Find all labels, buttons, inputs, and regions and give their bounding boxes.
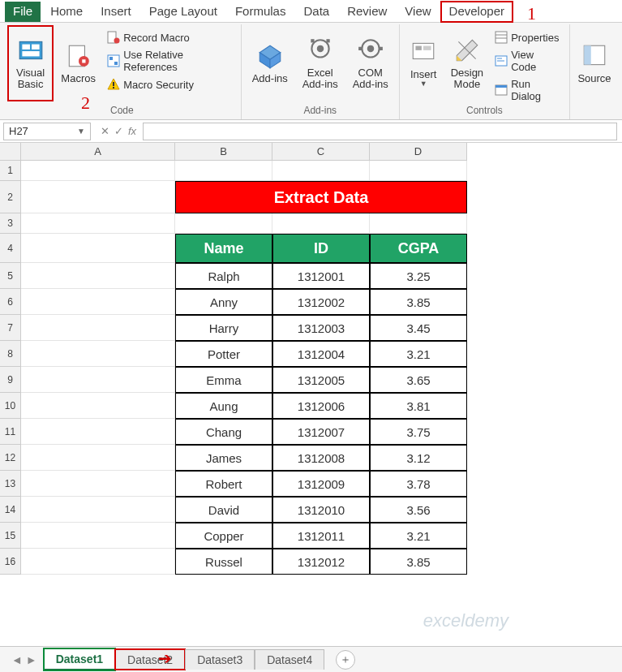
row-header-5[interactable]: 5 xyxy=(0,263,21,289)
cell[interactable] xyxy=(272,213,370,234)
cell[interactable] xyxy=(21,419,175,445)
macro-security-button[interactable]: Macro Security xyxy=(104,76,236,93)
row-header-16[interactable]: 16 xyxy=(0,549,21,575)
table-cell-id[interactable]: 1312010 xyxy=(272,497,370,523)
table-cell-name[interactable]: Ralph xyxy=(175,263,272,289)
table-cell-cgpa[interactable]: 3.65 xyxy=(370,367,467,393)
cell[interactable] xyxy=(21,263,175,289)
tab-formulas[interactable]: Formulas xyxy=(227,2,294,22)
table-header-cgpa[interactable]: CGPA xyxy=(370,234,467,263)
cell[interactable] xyxy=(21,289,175,315)
properties-button[interactable]: Properties xyxy=(491,29,564,45)
cell[interactable] xyxy=(175,161,272,181)
row-header-10[interactable]: 10 xyxy=(0,393,21,419)
chevron-down-icon[interactable]: ▼ xyxy=(77,127,85,136)
cell[interactable] xyxy=(21,213,175,234)
row-header-14[interactable]: 14 xyxy=(0,497,21,523)
cell[interactable] xyxy=(21,393,175,419)
table-cell-cgpa[interactable]: 3.56 xyxy=(370,497,467,523)
table-cell-name[interactable]: Chang xyxy=(175,419,272,445)
table-cell-id[interactable]: 1312004 xyxy=(272,341,370,367)
table-cell-id[interactable]: 1312002 xyxy=(272,289,370,315)
use-relative-button[interactable]: Use Relative References xyxy=(104,47,236,75)
addins-button[interactable]: Add-ins xyxy=(247,26,294,101)
run-dialog-button[interactable]: Run Dialog xyxy=(491,76,564,104)
name-box[interactable]: H27 ▼ xyxy=(3,123,91,140)
table-cell-name[interactable]: Harry xyxy=(175,315,272,341)
sheet-tab-dataset3[interactable]: Dataset3 xyxy=(185,649,255,670)
column-header-A[interactable]: A xyxy=(21,143,175,161)
cell[interactable] xyxy=(21,445,175,471)
table-cell-id[interactable]: 1312008 xyxy=(272,445,370,471)
excel-addins-button[interactable]: Excel Add-ins xyxy=(297,26,344,101)
table-cell-id[interactable]: 1312007 xyxy=(272,419,370,445)
table-cell-id[interactable]: 1312011 xyxy=(272,523,370,549)
table-cell-cgpa[interactable]: 3.45 xyxy=(370,315,467,341)
cancel-formula-icon[interactable]: ✕ xyxy=(101,125,109,137)
row-header-9[interactable]: 9 xyxy=(0,367,21,393)
row-header-7[interactable]: 7 xyxy=(0,315,21,341)
row-header-2[interactable]: 2 xyxy=(0,181,21,213)
table-cell-cgpa[interactable]: 3.21 xyxy=(370,341,467,367)
table-cell-id[interactable]: 1312005 xyxy=(272,367,370,393)
table-cell-id[interactable]: 1312009 xyxy=(272,471,370,497)
row-header-13[interactable]: 13 xyxy=(0,471,21,497)
table-cell-cgpa[interactable]: 3.85 xyxy=(370,549,467,575)
cell[interactable] xyxy=(21,471,175,497)
tab-review[interactable]: Review xyxy=(339,2,395,22)
visual-basic-button[interactable]: Visual Basic xyxy=(8,26,53,101)
column-header-B[interactable]: B xyxy=(175,143,272,161)
select-all-corner[interactable] xyxy=(0,143,21,161)
row-header-4[interactable]: 4 xyxy=(0,234,21,263)
row-header-1[interactable]: 1 xyxy=(0,161,21,181)
table-cell-name[interactable]: Anny xyxy=(175,289,272,315)
table-cell-cgpa[interactable]: 3.12 xyxy=(370,445,467,471)
tab-developer[interactable]: Developer xyxy=(441,2,513,22)
table-cell-cgpa[interactable]: 3.85 xyxy=(370,289,467,315)
table-cell-name[interactable]: Potter xyxy=(175,341,272,367)
cell[interactable] xyxy=(21,341,175,367)
row-header-3[interactable]: 3 xyxy=(0,213,21,234)
table-cell-name[interactable]: Copper xyxy=(175,523,272,549)
table-cell-name[interactable]: Emma xyxy=(175,367,272,393)
tab-data[interactable]: Data xyxy=(295,2,337,22)
table-cell-cgpa[interactable]: 3.78 xyxy=(370,471,467,497)
cell[interactable] xyxy=(21,367,175,393)
macros-button[interactable]: Macros xyxy=(56,26,101,101)
insert-control-button[interactable]: Insert ▼ xyxy=(405,26,443,101)
table-cell-name[interactable]: Russel xyxy=(175,549,272,575)
fx-icon[interactable]: fx xyxy=(128,125,136,137)
table-cell-id[interactable]: 1312012 xyxy=(272,549,370,575)
table-header-id[interactable]: ID xyxy=(272,234,370,263)
table-cell-name[interactable]: James xyxy=(175,445,272,471)
table-cell-id[interactable]: 1312003 xyxy=(272,315,370,341)
cell[interactable] xyxy=(21,549,175,575)
enter-formula-icon[interactable]: ✓ xyxy=(114,125,123,137)
table-cell-name[interactable]: Aung xyxy=(175,393,272,419)
cell[interactable] xyxy=(21,181,175,213)
tab-insert[interactable]: Insert xyxy=(92,2,139,22)
table-cell-cgpa[interactable]: 3.25 xyxy=(370,263,467,289)
sheet-nav-prev-icon[interactable]: ◄ xyxy=(11,653,23,666)
com-addins-button[interactable]: COM Add-ins xyxy=(347,26,394,101)
table-cell-name[interactable]: Robert xyxy=(175,471,272,497)
cell[interactable] xyxy=(21,523,175,549)
tab-file[interactable]: File xyxy=(5,2,41,22)
row-header-12[interactable]: 12 xyxy=(0,445,21,471)
cell[interactable] xyxy=(272,161,370,181)
cell[interactable] xyxy=(21,161,175,181)
row-header-11[interactable]: 11 xyxy=(0,419,21,445)
title-cell[interactable]: Extract Data xyxy=(175,181,467,213)
sheet-tab-dataset1[interactable]: Dataset1 xyxy=(44,648,115,670)
record-macro-button[interactable]: Record Macro xyxy=(104,29,236,45)
cell[interactable] xyxy=(21,315,175,341)
source-button[interactable]: Source xyxy=(575,26,614,101)
column-header-C[interactable]: C xyxy=(272,143,370,161)
tab-page-layout[interactable]: Page Layout xyxy=(141,2,225,22)
table-cell-cgpa[interactable]: 3.75 xyxy=(370,419,467,445)
column-header-D[interactable]: D xyxy=(370,143,467,161)
row-header-6[interactable]: 6 xyxy=(0,289,21,315)
cell[interactable] xyxy=(21,234,175,263)
view-code-button[interactable]: View Code xyxy=(491,47,564,75)
cell[interactable] xyxy=(175,213,272,234)
